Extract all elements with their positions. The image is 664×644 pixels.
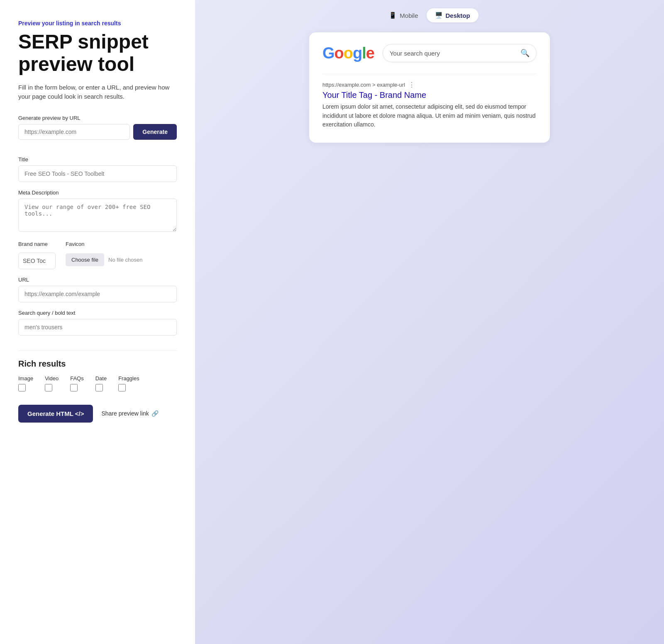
url-field-label: URL: [18, 277, 177, 283]
brand-block: Brand name: [18, 241, 56, 269]
serp-card: Google Your search query 🔍 https://examp…: [309, 32, 550, 143]
brand-label: Brand name: [18, 241, 56, 247]
rich-option-fraggles-checkbox[interactable]: [118, 384, 126, 391]
result-url: https://example.com > example-url: [322, 82, 405, 88]
mobile-label: Mobile: [400, 12, 418, 19]
main-title: SERP snippet preview tool: [18, 31, 177, 75]
preview-label: Preview your listing in search results: [18, 20, 177, 27]
rich-option-image-checkbox[interactable]: [18, 384, 26, 391]
url-generate-label: Generate preview by URL: [18, 115, 177, 121]
url-generate-input[interactable]: [18, 124, 130, 140]
rich-options-row: Image Video FAQs Date Fraggles: [18, 375, 177, 391]
rich-option-faqs-checkbox[interactable]: [70, 384, 78, 391]
rich-option-date-checkbox[interactable]: [95, 384, 103, 391]
g-red: o: [334, 44, 344, 62]
title-group: Title: [18, 156, 177, 182]
rich-results-section: Rich results Image Video FAQs Date Fragg…: [18, 359, 177, 403]
rich-option-faqs-label: FAQs: [70, 375, 84, 382]
rich-option-fraggles: Fraggles: [118, 375, 139, 391]
left-panel: Preview your listing in search results S…: [0, 0, 195, 644]
search-query-group: Search query / bold text: [18, 310, 177, 335]
result-url-row: https://example.com > example-url ⋮: [322, 81, 537, 89]
result-menu-icon[interactable]: ⋮: [408, 81, 415, 89]
g-blue2: g: [353, 44, 362, 62]
subtitle: Fill in the form below, or enter a URL, …: [18, 83, 177, 102]
view-toggle: 📱 Mobile 🖥️ Desktop: [381, 8, 478, 22]
search-query-display: Your search query: [390, 50, 440, 57]
rich-option-date: Date: [95, 375, 107, 391]
mobile-icon: 📱: [389, 12, 397, 19]
google-header: Google Your search query 🔍: [322, 44, 537, 62]
rich-option-video-label: Video: [45, 375, 59, 382]
rich-option-date-label: Date: [95, 375, 107, 382]
result-desc: Lorem ipsum dolor sit amet, consectetur …: [322, 102, 537, 129]
url-field-input[interactable]: [18, 286, 177, 302]
meta-textarea[interactable]: [18, 199, 177, 232]
serp-result: https://example.com > example-url ⋮ Your…: [322, 74, 537, 129]
search-query-input[interactable]: [18, 319, 177, 335]
share-preview-link[interactable]: Share preview link 🔗: [101, 410, 158, 417]
meta-group: Meta Description: [18, 190, 177, 233]
desktop-toggle[interactable]: 🖥️ Desktop: [427, 8, 478, 22]
meta-label: Meta Description: [18, 190, 177, 196]
title-label: Title: [18, 156, 177, 163]
title-input[interactable]: [18, 165, 177, 182]
result-title[interactable]: Your Title Tag - Brand Name: [322, 90, 537, 100]
url-generate-row: Generate: [18, 124, 177, 140]
link-icon: 🔗: [151, 410, 159, 417]
g-yellow: o: [344, 44, 353, 62]
url-field-group: URL: [18, 277, 177, 302]
rich-option-image-label: Image: [18, 375, 33, 382]
rich-option-fraggles-label: Fraggles: [118, 375, 139, 382]
google-logo: Google: [322, 44, 374, 62]
rich-option-video: Video: [45, 375, 59, 391]
choose-file-button[interactable]: Choose file: [66, 253, 104, 266]
search-query-label: Search query / bold text: [18, 310, 177, 316]
url-generate-group: Generate preview by URL Generate: [18, 115, 177, 149]
generate-button[interactable]: Generate: [133, 124, 177, 140]
g-blue: G: [322, 44, 334, 62]
no-file-text: No file chosen: [108, 257, 142, 263]
search-bar: Your search query 🔍: [383, 44, 537, 62]
desktop-label: Desktop: [446, 12, 470, 19]
rich-results-title: Rich results: [18, 359, 177, 369]
divider: [18, 350, 177, 351]
search-icon: 🔍: [520, 49, 530, 58]
brand-favicon-row: Brand name Favicon Choose file No file c…: [18, 241, 177, 269]
favicon-label: Favicon: [66, 241, 142, 247]
favicon-block: Favicon Choose file No file chosen: [66, 241, 142, 266]
favicon-row: Choose file No file chosen: [66, 253, 142, 266]
desktop-icon: 🖥️: [435, 12, 443, 19]
generate-html-button[interactable]: Generate HTML </>: [18, 405, 93, 423]
rich-option-image: Image: [18, 375, 33, 391]
right-panel: 📱 Mobile 🖥️ Desktop Google Your search q…: [195, 0, 664, 644]
brand-input[interactable]: [18, 253, 56, 269]
mobile-toggle[interactable]: 📱 Mobile: [381, 8, 426, 22]
g-red2: e: [366, 44, 374, 62]
rich-option-faqs: FAQs: [70, 375, 84, 391]
g-green: l: [362, 44, 366, 62]
rich-option-video-checkbox[interactable]: [45, 384, 52, 391]
share-link-text: Share preview link: [101, 410, 149, 417]
bottom-actions: Generate HTML </> Share preview link 🔗: [18, 405, 177, 423]
